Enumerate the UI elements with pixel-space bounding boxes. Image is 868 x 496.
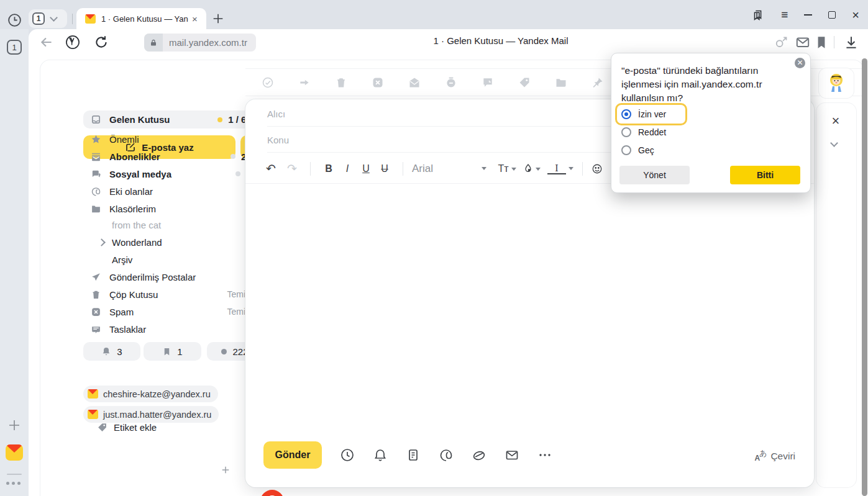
font-size-button[interactable]: Tт xyxy=(498,163,516,174)
forward-icon[interactable] xyxy=(298,76,311,89)
template-icon[interactable] xyxy=(406,448,421,462)
collapse-compose-icon[interactable] xyxy=(830,139,838,147)
browser-sidebar: 1 xyxy=(0,29,29,496)
sidebar-item-trash[interactable]: Çöp Kutusu Temizle xyxy=(83,286,263,303)
avatar xyxy=(826,73,846,94)
mark-unread-icon[interactable] xyxy=(408,76,421,89)
attach-file-icon[interactable] xyxy=(439,448,454,462)
sidebar-item-my-folders[interactable]: Klasörlerim + xyxy=(83,200,263,217)
message-body[interactable] xyxy=(245,184,814,442)
sidebar-item-subscriptions[interactable]: Abonelikler 203 xyxy=(83,148,263,165)
text-color-button[interactable]: I xyxy=(547,163,566,174)
radio-selected-icon[interactable] xyxy=(621,109,631,119)
sidebar-add-icon[interactable] xyxy=(7,418,22,433)
reload-icon[interactable] xyxy=(93,34,109,50)
italic-button[interactable]: I xyxy=(338,163,357,174)
mark-read-icon[interactable] xyxy=(262,76,274,89)
translate-button[interactable]: Aあ Çeviri xyxy=(754,450,795,462)
reminders-pill[interactable]: 3 xyxy=(83,342,140,361)
share-icon[interactable] xyxy=(774,34,790,50)
mail-protocol-icon[interactable] xyxy=(795,34,811,50)
radio-icon[interactable] xyxy=(621,127,631,137)
address-toolbar: mail.yandex.com.tr 1 · Gelen Kutusu — Ya… xyxy=(29,29,868,56)
expand-chevron-icon[interactable] xyxy=(98,238,106,246)
downloads-icon[interactable] xyxy=(843,34,859,50)
new-tab-button[interactable] xyxy=(211,12,225,25)
bold-button[interactable]: B xyxy=(319,163,338,174)
add-tag-button[interactable]: Etiket ekle xyxy=(97,422,157,433)
menu-icon[interactable]: ≡ xyxy=(781,8,788,22)
folder-icon xyxy=(91,204,101,214)
account-hatter[interactable]: just.mad.hatter@yandex.ru xyxy=(83,406,219,423)
yandex-mail-app-icon[interactable] xyxy=(6,444,23,461)
bookmarks-pill[interactable]: 1 xyxy=(144,342,201,361)
folder-label: Eki olanlar xyxy=(109,186,263,197)
strikethrough-button[interactable]: U xyxy=(375,163,394,174)
radio-deny[interactable]: Reddet xyxy=(621,127,666,137)
notify-icon[interactable] xyxy=(373,448,388,462)
minimize-button[interactable] xyxy=(804,14,812,16)
more-options-icon[interactable] xyxy=(537,448,552,462)
sidebar-item-drafts[interactable]: Taslaklar xyxy=(83,320,263,338)
emoji-button[interactable] xyxy=(592,163,610,174)
redo-icon[interactable]: ↷ xyxy=(283,161,301,176)
underline-button[interactable]: U xyxy=(357,163,375,174)
send-button[interactable]: Gönder xyxy=(263,441,322,469)
attach-from-disk-icon[interactable] xyxy=(472,448,487,462)
close-window-button[interactable]: × xyxy=(852,9,859,21)
divider xyxy=(72,14,73,24)
maximize-button[interactable] xyxy=(828,11,836,19)
bookmark-icon[interactable] xyxy=(813,34,829,50)
radio-icon[interactable] xyxy=(621,145,631,155)
add-account-icon[interactable] xyxy=(220,464,231,476)
reminder-icon[interactable] xyxy=(482,76,494,89)
tab-close-icon[interactable]: × xyxy=(192,14,198,24)
sidebar-item-social[interactable]: Sosyal medya 18 xyxy=(83,165,263,183)
history-icon[interactable] xyxy=(7,12,22,28)
account-cheshire[interactable]: cheshire-katze@yandex.ru xyxy=(83,386,218,402)
sidebar-item-archive[interactable]: Arşiv xyxy=(83,251,263,268)
delete-icon[interactable] xyxy=(335,76,347,89)
divider xyxy=(310,162,311,176)
spam-action-icon[interactable] xyxy=(372,76,384,89)
paperclip-icon xyxy=(91,186,101,197)
tab-counter-badge[interactable]: 1 xyxy=(7,40,22,55)
sidebar-item-inbox[interactable]: Gelen Kutusu 1 / 699 xyxy=(83,110,263,129)
schedule-send-icon[interactable] xyxy=(340,448,355,462)
sidebar-item-from-the-cat[interactable]: from the cat xyxy=(83,216,263,233)
pin-icon[interactable] xyxy=(592,76,604,89)
tab-gelen-kutusu[interactable]: 1 · Gelen Kutusu — Yandex Mail × xyxy=(76,8,206,29)
more-apps-icon[interactable] xyxy=(6,482,21,485)
manage-button[interactable]: Yönet xyxy=(619,166,690,184)
protocol-handler-popup: ✕ "e-posta" türündeki bağlantıların işle… xyxy=(611,53,811,193)
scrollbar[interactable] xyxy=(862,58,867,496)
lock-icon[interactable] xyxy=(144,34,163,52)
radio-allow[interactable]: İzin ver xyxy=(621,109,666,119)
tab-group-switcher[interactable]: 1 xyxy=(29,9,67,28)
account-email: cheshire-katze@yandex.ru xyxy=(103,389,211,399)
label-icon[interactable] xyxy=(518,76,531,89)
user-avatar-card[interactable] xyxy=(819,68,854,98)
radio-skip[interactable]: Geç xyxy=(621,145,654,155)
address-bar[interactable]: mail.yandex.com.tr xyxy=(144,34,256,52)
side-panel-icon[interactable] xyxy=(751,8,765,22)
sidebar-item-spam[interactable]: Spam Temizle xyxy=(83,303,263,320)
sidebar-item-important[interactable]: Önemli xyxy=(83,130,263,148)
sidebar-item-with-attachments[interactable]: Eki olanlar xyxy=(83,183,263,200)
bookmark-flag-icon xyxy=(162,347,171,356)
sidebar-item-wonderland[interactable]: Wonderland xyxy=(83,233,263,251)
radio-skip-label: Geç xyxy=(638,145,654,155)
font-family-select[interactable]: Arial xyxy=(412,163,479,175)
undo-icon[interactable]: ↶ xyxy=(262,161,280,176)
back-icon[interactable] xyxy=(39,34,55,50)
close-compose-icon[interactable]: × xyxy=(829,114,843,128)
move-folder-icon[interactable] xyxy=(555,76,567,89)
snooze-icon[interactable] xyxy=(445,76,457,89)
done-button[interactable]: Bitti xyxy=(730,166,800,184)
attach-from-mail-icon[interactable] xyxy=(505,448,519,462)
yandex-services-icon[interactable] xyxy=(65,34,81,50)
sidebar-item-sent[interactable]: Gönderilmiş Postalar xyxy=(83,268,263,286)
highlight-color-button[interactable] xyxy=(523,163,541,174)
folder-label: Wonderland xyxy=(112,237,263,248)
folder-label: Önemli xyxy=(109,134,263,145)
